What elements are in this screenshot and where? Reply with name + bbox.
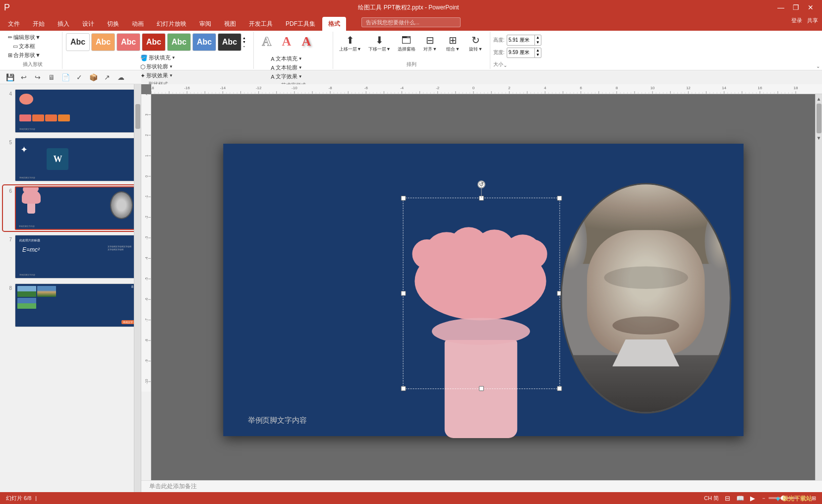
scroll-thumb[interactable] [817, 104, 822, 133]
save-qa-button[interactable]: 💾 [4, 71, 16, 83]
restore-button[interactable]: ❐ [788, 0, 803, 15]
zoom-out-button[interactable]: － [761, 495, 766, 502]
group-button[interactable]: ⊞ 组合▼ [442, 33, 464, 54]
scroll-up-button[interactable]: ▲ [816, 95, 822, 103]
art-text-gradient-button[interactable]: A [278, 33, 295, 51]
slide-canvas[interactable]: ↺ [151, 94, 815, 485]
handle-ml[interactable] [401, 290, 406, 295]
tab-pdf[interactable]: PDF工具集 [280, 17, 321, 31]
tab-transitions[interactable]: 切换 [101, 17, 125, 31]
height-input[interactable] [507, 36, 534, 44]
fit-window-button[interactable]: ⊞ [812, 495, 816, 502]
rotate-handle[interactable]: ↺ [477, 180, 485, 188]
size-expand-button[interactable]: ⌄ [503, 62, 507, 68]
slide-thumb-6[interactable]: 6 举例页脚文字内容 [3, 185, 138, 231]
shape-effect-button[interactable]: ✦ 形状效果▼ [138, 71, 177, 80]
slide-preview-4[interactable]: 举例页脚文字内容 [15, 89, 137, 133]
handle-tc[interactable] [479, 195, 484, 200]
shape-style-swatch-4[interactable]: Abc [142, 33, 166, 51]
text-fill-button[interactable]: A 文本填充▼ [269, 55, 304, 63]
shape-style-swatch-5[interactable]: Abc [167, 33, 191, 51]
shape-style-swatch-7[interactable]: Abc [218, 33, 241, 51]
handle-tr[interactable] [557, 195, 562, 200]
slide-preview-8[interactable]: 8 举例文字 [15, 283, 137, 327]
shape-fill-button[interactable]: 🪣 形状填充▼ [138, 54, 177, 62]
right-scrollbar[interactable]: ▲ ▼ [815, 94, 822, 485]
panel-scrollbar[interactable] [134, 84, 141, 492]
selection-pane-button[interactable]: 🗔 选择窗格 [395, 33, 418, 54]
align-button[interactable]: ⊟ 对齐▼ [419, 33, 441, 54]
tab-file[interactable]: 文件 [2, 17, 26, 31]
slide-thumb-4[interactable]: 4 举例页脚文字内容 [3, 88, 138, 134]
handle-tl[interactable] [401, 195, 406, 200]
shape-style-swatch-2[interactable]: Abc [91, 33, 115, 51]
slide-preview-6[interactable]: 举例页脚文字内容 [15, 186, 137, 230]
text-outline-button[interactable]: A 文本轮廓▼ [269, 63, 304, 72]
close-button[interactable]: ✕ [803, 0, 818, 15]
text-effect-button[interactable]: A 文字效果▼ [269, 72, 304, 81]
login-button[interactable]: 登录 [791, 17, 802, 24]
tab-animations[interactable]: 动画 [126, 17, 150, 31]
tab-view[interactable]: 视图 [218, 17, 242, 31]
print-qa-button[interactable]: 📄 [59, 71, 71, 83]
width-up-button[interactable]: ▲ [535, 48, 541, 53]
move-down-button[interactable]: ⬇ 下移一层▼ [365, 33, 394, 54]
check-qa-button[interactable]: ✓ [73, 71, 85, 83]
slide-preview-5[interactable]: ✦ W 举例页脚文字内容 [15, 138, 137, 181]
handle-br[interactable] [557, 386, 562, 391]
shape-style-swatch-3[interactable]: Abc [117, 33, 140, 51]
slide-thumb-8[interactable]: 8 8 举例文字 [3, 282, 138, 328]
slide-thumb-7[interactable]: 7 此处照片的标题 E=mc² 文字说明文字说明文字说明文字说明文字说明 举例页… [3, 234, 138, 280]
width-down-button[interactable]: ▼ [535, 53, 541, 57]
view-slideshow-button[interactable]: ▶ [750, 495, 755, 502]
svg-text:-9: -9 [145, 359, 148, 362]
slide-num-8: 8 [4, 283, 12, 291]
mushroom-shape[interactable]: ↺ [410, 227, 552, 403]
view-reading-button[interactable]: 📖 [736, 495, 744, 502]
einstein-photo[interactable] [560, 183, 731, 413]
add-note-bar[interactable]: 单击此处添加备注 [141, 480, 822, 492]
width-input[interactable] [507, 49, 534, 56]
pkg-qa-button[interactable]: 📦 [87, 71, 99, 83]
redo-qa-button[interactable]: ↪ [32, 71, 44, 83]
tab-home[interactable]: 开始 [27, 17, 51, 31]
tab-design[interactable]: 设计 [76, 17, 100, 31]
text-fill-icon: A [271, 56, 274, 62]
shape-style-swatch-6[interactable]: Abc [192, 33, 216, 51]
text-box-button[interactable]: ▭ 文本框 [11, 42, 37, 51]
height-down-button[interactable]: ▼ [535, 40, 541, 45]
share-button[interactable]: 共享 [807, 17, 818, 24]
merge-shapes-button[interactable]: ⊞ 合并形状▼ [6, 51, 43, 59]
height-up-button[interactable]: ▲ [535, 35, 541, 40]
slide-thumb-5[interactable]: 5 ✦ W 举例页脚文字内容 [3, 137, 138, 182]
minimize-button[interactable]: — [773, 0, 788, 15]
svg-text:-16: -16 [184, 86, 190, 90]
undo-qa-button[interactable]: ↩ [18, 71, 30, 83]
rotate-button[interactable]: ↻ 旋转▼ [465, 33, 487, 54]
view-normal-button[interactable]: ⊟ [725, 495, 730, 502]
tab-review[interactable]: 审阅 [193, 17, 217, 31]
ribbon-search-input[interactable] [361, 17, 461, 27]
cloud-qa-button[interactable]: ☁ [115, 71, 127, 83]
tab-developer[interactable]: 开发工具 [243, 17, 279, 31]
slide-content[interactable]: ↺ [223, 143, 743, 436]
svg-text:-3: -3 [145, 236, 148, 239]
tab-insert[interactable]: 插入 [52, 17, 75, 31]
export-qa-button[interactable]: ↗ [101, 71, 113, 83]
tab-slideshow[interactable]: 幻灯片放映 [151, 17, 192, 31]
present-qa-button[interactable]: 🖥 [46, 71, 58, 83]
handle-bl[interactable] [401, 386, 406, 391]
move-up-button[interactable]: ⬆ 上移一层▼ [336, 33, 364, 54]
lang-button[interactable]: CH 简 [704, 495, 719, 502]
styles-expand-button[interactable]: ▲ ▼ ⌄ [242, 33, 250, 52]
ribbon-expand-button[interactable]: ⌄ [816, 63, 820, 69]
shape-outline-button[interactable]: ⬡ 形状轮廓▼ [138, 62, 177, 71]
svg-text:16: 16 [758, 86, 762, 90]
art-text-outlined-button[interactable]: A [258, 33, 276, 51]
edit-shape-button[interactable]: ✏ 编辑形状▼ [6, 33, 43, 42]
scroll-down-button[interactable]: ▼ [816, 134, 822, 142]
shape-style-swatch-1[interactable]: Abc [66, 33, 90, 51]
art-text-shadow-button[interactable]: A [297, 33, 315, 51]
slide-preview-7[interactable]: 此处照片的标题 E=mc² 文字说明文字说明文字说明文字说明文字说明 举例页脚文… [15, 235, 137, 279]
tab-format[interactable]: 格式 [322, 17, 346, 31]
